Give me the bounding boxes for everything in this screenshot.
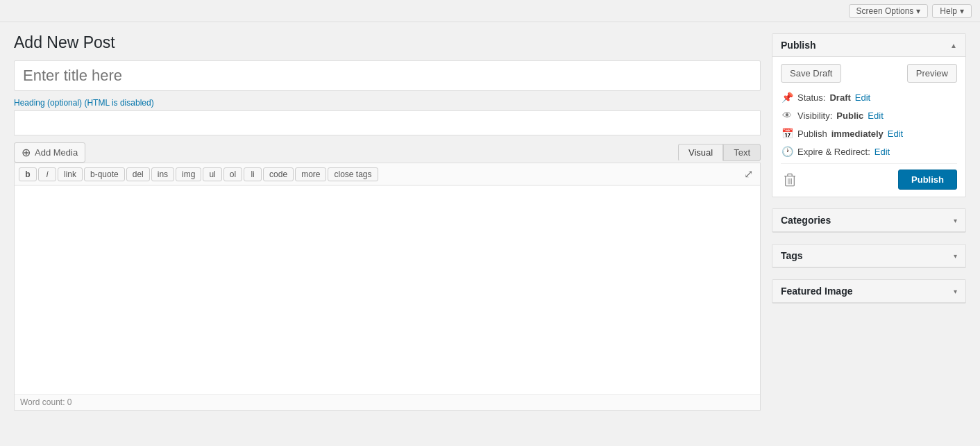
visibility-value: Public <box>836 110 863 121</box>
expire-label: Expire & Redirect: <box>797 147 870 157</box>
format-close-tags-button[interactable]: close tags <box>328 167 378 181</box>
publish-panel-actions: Save Draft Preview <box>781 64 957 83</box>
format-ol-button[interactable]: ol <box>223 167 242 181</box>
screen-options-button[interactable]: Screen Options ▾ <box>849 4 929 18</box>
status-edit-link[interactable]: Edit <box>855 92 870 103</box>
publish-panel-header[interactable]: Publish ▲ <box>772 34 965 57</box>
svg-rect-2 <box>788 174 792 176</box>
visibility-label: Visibility: <box>797 110 832 121</box>
format-bold-button[interactable]: b <box>19 167 37 181</box>
format-italic-button[interactable]: i <box>38 167 56 181</box>
heading-label: Heading (optional) (HTML is disabled) <box>14 98 761 108</box>
format-link-button[interactable]: link <box>58 167 83 181</box>
editor-toolbar-top: ⊕ Add Media Visual Text <box>14 142 761 163</box>
editor-body[interactable] <box>15 185 760 394</box>
main-layout: Add New Post Heading (optional) (HTML is… <box>0 22 980 446</box>
visibility-row: 👁 Visibility: Public Edit <box>781 109 957 122</box>
publish-time-label: Publish <box>797 129 827 139</box>
publish-panel: Publish ▲ Save Draft Preview 📌 Status: D… <box>772 33 966 197</box>
featured-image-chevron-icon: ▾ <box>954 288 957 295</box>
publish-time-icon: 📅 <box>781 127 793 140</box>
format-img-button[interactable]: img <box>176 167 201 181</box>
screen-options-chevron-icon: ▾ <box>916 6 920 16</box>
add-media-label: Add Media <box>35 147 78 158</box>
visibility-edit-link[interactable]: Edit <box>868 110 883 121</box>
screen-options-label: Screen Options <box>856 6 914 16</box>
publish-time-edit-link[interactable]: Edit <box>888 129 903 139</box>
status-icon: 📌 <box>781 91 793 104</box>
trash-icon <box>782 172 797 188</box>
add-media-icon: ⊕ <box>22 146 31 159</box>
content-area: Add New Post Heading (optional) (HTML is… <box>14 33 761 435</box>
expire-row: 🕐 Expire & Redirect: Edit <box>781 145 957 158</box>
word-count-value: 0 <box>67 397 72 407</box>
tab-visual[interactable]: Visual <box>678 144 723 161</box>
preview-button[interactable]: Preview <box>907 64 957 83</box>
word-count-label: Word count: <box>20 397 65 407</box>
format-more-button[interactable]: more <box>295 167 326 181</box>
format-code-button[interactable]: code <box>263 167 294 181</box>
categories-chevron-icon: ▾ <box>954 217 957 224</box>
page-title: Add New Post <box>14 33 761 52</box>
categories-panel-header[interactable]: Categories ▾ <box>772 209 965 232</box>
format-ins-button[interactable]: ins <box>151 167 174 181</box>
top-bar: Screen Options ▾ Help ▾ <box>0 0 980 22</box>
help-button[interactable]: Help ▾ <box>932 4 972 18</box>
help-chevron-icon: ▾ <box>960 6 964 16</box>
publish-panel-body: Save Draft Preview 📌 Status: Draft Edit … <box>772 57 965 197</box>
status-row: 📌 Status: Draft Edit <box>781 91 957 104</box>
tags-panel: Tags ▾ <box>772 244 966 268</box>
categories-panel-title: Categories <box>781 215 831 226</box>
tab-text[interactable]: Text <box>723 144 761 161</box>
publish-time-row: 📅 Publish immediately Edit <box>781 127 957 140</box>
sidebar: Publish ▲ Save Draft Preview 📌 Status: D… <box>772 33 966 435</box>
tags-panel-header[interactable]: Tags ▾ <box>772 245 965 267</box>
format-li-button[interactable]: li <box>244 167 262 181</box>
format-bquote-button[interactable]: b-quote <box>84 167 125 181</box>
featured-image-panel-header[interactable]: Featured Image ▾ <box>772 280 965 303</box>
publish-button[interactable]: Publish <box>898 170 957 190</box>
visual-text-tabs: Visual Text <box>678 144 761 161</box>
heading-input[interactable] <box>14 110 761 135</box>
word-count: Word count: 0 <box>15 394 760 410</box>
format-del-button[interactable]: del <box>126 167 150 181</box>
publish-panel-title: Publish <box>781 40 816 51</box>
fullscreen-button[interactable]: ⤢ <box>741 166 756 182</box>
format-bar: b i link b-quote del ins img ul ol li co… <box>15 163 760 185</box>
add-media-button[interactable]: ⊕ Add Media <box>14 142 85 163</box>
save-draft-button[interactable]: Save Draft <box>781 64 841 83</box>
categories-panel: Categories ▾ <box>772 208 966 233</box>
status-label: Status: <box>797 92 825 103</box>
editor-wrapper: b i link b-quote del ins img ul ol li co… <box>14 163 761 411</box>
featured-image-panel-title: Featured Image <box>781 286 852 297</box>
status-value: Draft <box>829 92 850 103</box>
format-ul-button[interactable]: ul <box>203 167 221 181</box>
publish-panel-chevron-icon: ▲ <box>950 42 957 49</box>
expire-edit-link[interactable]: Edit <box>875 147 890 157</box>
post-title-input[interactable] <box>14 60 761 91</box>
fullscreen-icon: ⤢ <box>744 168 753 180</box>
publish-footer: Publish <box>781 163 957 190</box>
tags-chevron-icon: ▾ <box>954 252 957 260</box>
featured-image-panel: Featured Image ▾ <box>772 279 966 304</box>
expire-icon: 🕐 <box>781 145 793 158</box>
help-label: Help <box>940 6 957 16</box>
visibility-icon: 👁 <box>781 109 793 122</box>
publish-time-value: immediately <box>831 129 884 139</box>
tags-panel-title: Tags <box>781 250 803 261</box>
trash-button[interactable] <box>781 171 799 189</box>
